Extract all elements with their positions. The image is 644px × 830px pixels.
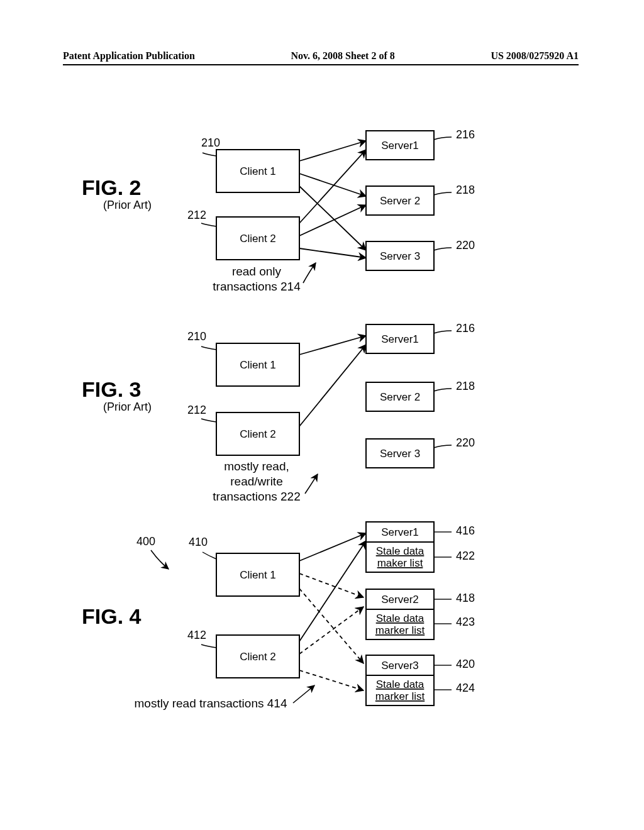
fig3-server-3-label: Server 3	[380, 448, 420, 460]
fig4-stale-2a: Stale data	[376, 612, 425, 624]
fig2-lead-s2	[434, 192, 452, 195]
fig3-server-2-label: Server 2	[380, 391, 420, 403]
fig2-arrow-c1-s3	[299, 186, 366, 250]
fig2-server-3-label: Server 3	[380, 250, 420, 262]
fig4-server-2-label: Server2	[381, 594, 419, 606]
fig3-subtitle: (Prior Art)	[103, 401, 152, 413]
fig2-caption-leader	[303, 263, 316, 283]
fig3-ref-s3: 220	[456, 436, 475, 449]
fig4-caption: mostly read transactions 414	[135, 697, 287, 710]
fig3-title: FIG. 3	[82, 377, 141, 401]
fig4-ref-s3: 420	[456, 658, 475, 670]
fig2-arrow-c2-s2	[299, 205, 366, 236]
fig3-ref-c2: 212	[187, 404, 206, 416]
fig4-ref-c1: 410	[189, 536, 208, 548]
fig4-arrow-c2-s3	[299, 670, 364, 690]
fig3-client-2-label: Client 2	[240, 428, 276, 440]
fig4-lead-c2	[201, 645, 216, 648]
fig4-server-1-label: Server1	[381, 526, 419, 538]
fig2-ref-c2: 212	[187, 209, 206, 221]
fig3-lead-s3	[434, 445, 452, 448]
fig3-caption-line1: mostly read,	[224, 460, 289, 473]
fig2-ref-s2: 218	[456, 184, 475, 196]
fig2-arrow-c1-s2	[299, 174, 366, 196]
fig3-lead-c2	[201, 419, 216, 422]
fig4-lead-c1	[203, 552, 216, 559]
fig4-stale-2b: marker list	[375, 624, 425, 636]
fig4-arrow-c2-s1	[299, 541, 366, 641]
fig3-ref-s2: 218	[456, 380, 475, 392]
fig3-arrow-c1-s1	[299, 336, 366, 355]
fig4-ref-fig: 400	[136, 535, 155, 548]
fig2-server-1-label: Server1	[381, 140, 419, 152]
diagram-canvas: FIG. 2 (Prior Art) Client 1 210 Client 2…	[0, 0, 644, 830]
page: Patent Application Publication Nov. 6, 2…	[0, 0, 644, 830]
fig3-server-1-label: Server1	[381, 333, 419, 345]
fig2-ref-c1: 210	[201, 136, 220, 149]
fig4-stale-3b: marker list	[375, 690, 425, 702]
fig4-caption-leader	[293, 685, 314, 703]
fig2-arrow-c1-s1	[299, 141, 366, 161]
fig3-ref-c1: 210	[187, 330, 206, 343]
fig-4: FIG. 4 400 Client 1 410 Client 2 412 Ser…	[82, 522, 475, 710]
fig3-lead-s1	[434, 331, 452, 333]
fig2-server-2-label: Server 2	[380, 195, 420, 207]
fig3-caption-leader	[305, 474, 318, 494]
fig2-arrow-c2-s3	[299, 248, 366, 258]
fig4-ref-sd1: 422	[456, 550, 475, 562]
fig4-stale-1b: maker list	[377, 557, 423, 569]
fig4-ref-s1: 416	[456, 524, 475, 537]
fig4-client-2-label: Client 2	[240, 651, 276, 663]
fig4-ref-sd2: 423	[456, 616, 475, 628]
fig2-title: FIG. 2	[82, 175, 141, 199]
fig2-arrow-c2-s1	[299, 150, 366, 223]
fig4-ref-s2: 418	[456, 592, 475, 604]
fig2-client-1-label: Client 1	[240, 165, 276, 177]
fig3-caption-line3: transactions 222	[213, 490, 300, 503]
fig2-ref-s3: 220	[456, 239, 475, 252]
fig4-ref-fig-leader	[151, 550, 169, 569]
fig3-client-1-label: Client 1	[240, 359, 276, 371]
fig-2: FIG. 2 (Prior Art) Client 1 210 Client 2…	[82, 128, 475, 293]
fig2-client-2-label: Client 2	[240, 233, 276, 245]
fig2-subtitle: (Prior Art)	[103, 199, 152, 211]
fig2-caption-line1: read only	[232, 265, 282, 278]
fig2-lead-c2	[201, 223, 216, 226]
fig2-caption-line2: transactions 214	[213, 280, 301, 293]
fig2-lead-c1	[203, 153, 216, 156]
fig3-lead-c1	[201, 346, 216, 350]
fig2-ref-s1: 216	[456, 128, 475, 141]
fig2-lead-s3	[434, 248, 452, 250]
fig3-lead-s2	[434, 389, 452, 391]
fig3-arrow-c2-s1	[299, 345, 366, 426]
fig4-stale-1a: Stale data	[376, 545, 425, 557]
fig4-arrow-c2-s2	[299, 607, 364, 654]
fig3-ref-s1: 216	[456, 322, 475, 335]
fig4-ref-c2: 412	[187, 629, 206, 641]
fig4-client-1-label: Client 1	[240, 569, 276, 581]
fig4-server-3-label: Server3	[381, 660, 419, 672]
fig-3: FIG. 3 (Prior Art) Client 1 210 Client 2…	[82, 322, 475, 503]
fig4-title: FIG. 4	[82, 604, 142, 628]
fig3-caption-line2: read/write	[230, 475, 282, 488]
fig4-stale-3a: Stale data	[376, 678, 425, 690]
fig2-lead-s1	[434, 137, 452, 140]
fig4-ref-sd3: 424	[456, 682, 475, 694]
